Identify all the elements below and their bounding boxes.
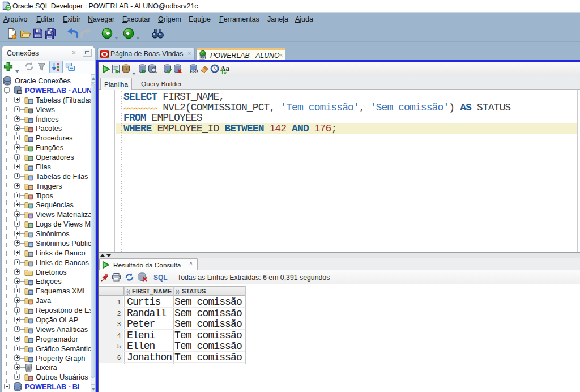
svg-text:SQL: SQL [200,56,206,59]
